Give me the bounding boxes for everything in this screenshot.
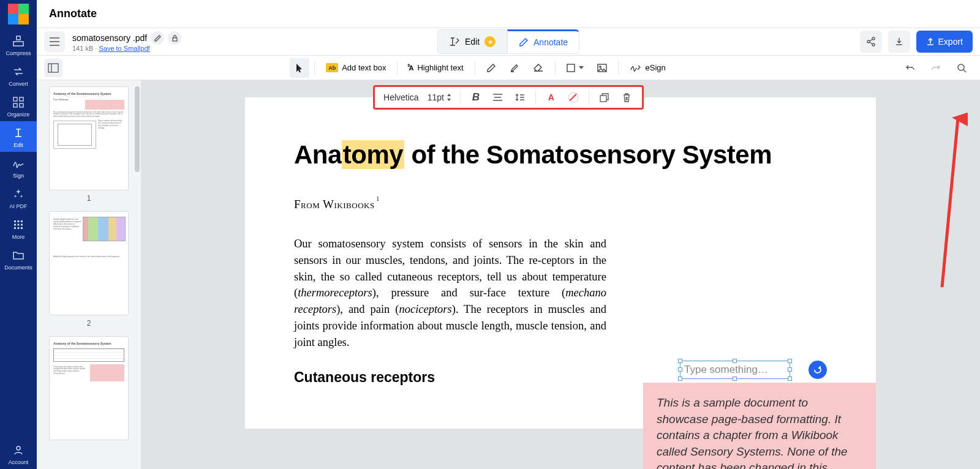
delete-button[interactable] [620,91,633,104]
tool-cursor[interactable] [290,58,309,78]
user-icon [12,443,25,457]
svg-rect-20 [48,64,58,72]
save-link[interactable]: Save to Smallpdf [99,45,149,52]
document-bar: somatosensory .pdf 141 kB · Save to Smal… [37,28,980,56]
svg-rect-9 [14,224,16,226]
redo-button[interactable] [925,58,947,78]
text-color-button[interactable]: A [545,91,558,104]
svg-point-23 [599,66,600,67]
app-sidebar: Compress Convert Organize Edit Sign AI P… [0,0,37,469]
organize-icon [12,96,25,109]
nav-organize[interactable]: Organize [0,91,37,121]
svg-rect-3 [20,97,23,101]
page-viewport[interactable]: Helvetica 11pt B A Anatomy of the Somato… [141,80,980,469]
tool-pen[interactable] [480,58,502,78]
body-paragraph: Our somatosensory system consists of sen… [294,236,606,351]
page-thumbnail[interactable]: Rapidly adapting afferents and slowly ad… [49,211,129,315]
marker-icon [510,63,519,73]
page-number: 2 [87,319,91,328]
callout-box: This is a sample document to showcase pa… [643,383,876,469]
compress-icon [12,34,25,48]
svg-rect-14 [21,227,23,229]
page-thumbnail[interactable]: Anatomy of the Somatosensory System Cont… [49,336,129,440]
download-button[interactable] [888,31,910,53]
doc-title: Anatomy of the Somatosensory System [294,140,827,170]
nav-sign[interactable]: Sign [0,152,37,182]
nav-more[interactable]: More [0,213,37,244]
svg-rect-16 [173,38,177,41]
ab-icon: Ab [326,63,338,72]
font-select[interactable]: Helvetica [383,92,419,102]
page-thumbnail[interactable]: Anatomy of the Somatosensory System From… [49,86,129,190]
nav-compress[interactable]: Compress [0,29,37,60]
annotate-toolbar: AbAdd text box AbHighlight text eSign [37,56,980,80]
tool-eraser[interactable] [527,58,550,78]
tool-highlight[interactable]: AbHighlight text [402,58,469,78]
bold-button[interactable]: B [469,91,483,104]
nav-edit[interactable]: Edit [0,121,37,152]
tool-shape[interactable] [560,58,590,78]
download-icon [894,37,904,47]
svg-rect-12 [14,227,16,229]
svg-rect-13 [18,227,20,229]
thumbnail-panel[interactable]: Anatomy of the Somatosensory System From… [37,80,141,469]
tab-annotate[interactable]: Annotate [507,29,579,54]
nav-label: Compress [6,50,31,56]
placeholder-text: Type something… [684,364,768,376]
nav-label: Documents [4,265,32,271]
export-button[interactable]: Export [916,31,973,53]
redo-icon [931,64,941,72]
nav-label: Edit [13,142,23,148]
app-header: Annotate [37,0,980,28]
text-format-toolbar: Helvetica 11pt B A [373,85,644,110]
nav-ai-pdf[interactable]: AI PDF [0,182,37,213]
image-icon [597,64,607,72]
svg-rect-0 [17,36,20,40]
search-button[interactable] [951,58,973,78]
tool-add-text[interactable]: AbAdd text box [320,58,392,78]
signature-icon [630,64,642,72]
tab-edit[interactable]: Edit ★ [437,29,507,54]
panel-toggle[interactable] [44,59,62,77]
line-spacing-button[interactable] [513,91,527,104]
no-fill-button[interactable] [567,91,580,104]
lock-icon[interactable] [168,31,181,45]
nav-account[interactable]: Account [0,438,37,469]
duplicate-button[interactable] [598,91,611,104]
svg-rect-21 [567,64,575,72]
convert-icon [12,65,25,78]
text-box-input[interactable]: Type something… [680,361,790,379]
nav-label: Account [9,459,29,465]
svg-point-15 [17,446,20,450]
nav-label: More [12,234,25,240]
align-button[interactable] [491,91,505,104]
page-number: 1 [87,194,91,203]
pencil-icon[interactable] [151,31,164,45]
nav-label: Convert [9,81,28,87]
svg-rect-11 [21,224,23,226]
share-button[interactable] [860,31,882,53]
undo-icon [905,64,915,72]
tool-marker[interactable] [503,58,526,78]
undo-button[interactable] [899,58,921,78]
star-icon: ★ [484,36,496,47]
nav-convert[interactable]: Convert [0,60,37,91]
share-icon [866,37,876,47]
edit-icon [12,126,25,140]
nav-documents[interactable]: Documents [0,244,37,274]
tool-image[interactable] [591,58,613,78]
svg-rect-2 [13,97,17,101]
tool-esign[interactable]: eSign [624,58,672,78]
file-name: somatosensory .pdf [72,33,147,43]
svg-rect-5 [20,103,23,107]
menu-button[interactable] [44,31,65,52]
document-page: Anatomy of the Somatosensory System From… [245,97,876,429]
svg-point-18 [872,37,875,40]
font-size-select[interactable]: 11pt [428,92,451,102]
doc-source: From Wikibooks1 [294,198,375,211]
rotate-handle[interactable] [809,361,827,379]
export-icon [926,37,935,46]
nav-label: Organize [7,111,30,118]
svg-rect-6 [14,220,16,222]
sign-icon [12,157,25,170]
